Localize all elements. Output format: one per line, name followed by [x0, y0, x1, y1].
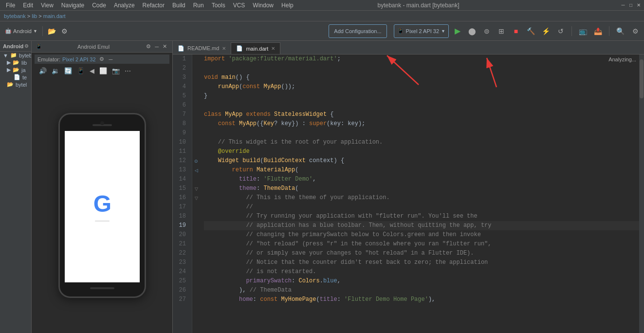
menu-run[interactable]: Run	[189, 1, 208, 10]
line-numbers: 1 2 3 4 5 6 7 8 9 10 11 12 13 14 15 16 1…	[173, 55, 192, 333]
editor-scrollbar[interactable]	[639, 55, 644, 333]
emulator-settings-btn[interactable]: ⚙	[145, 43, 152, 50]
scroll-thumb[interactable]	[640, 59, 644, 98]
menu-build[interactable]: Build	[168, 1, 189, 10]
menu-file[interactable]: File	[2, 1, 19, 10]
line-num-14: 14	[173, 175, 189, 184]
comment-16: // This is the theme of your application…	[246, 193, 389, 203]
gutter-13: ◁	[192, 166, 200, 175]
debug-button[interactable]: ⬤	[466, 24, 478, 38]
menu-window[interactable]: Window	[249, 1, 277, 10]
toolbar-icon-btn-1[interactable]: 📂	[46, 24, 58, 38]
breadcrumb-project[interactable]: bytebank	[4, 13, 26, 19]
settings-button[interactable]: ⚙	[629, 24, 641, 38]
tree-label-lib: lib	[21, 60, 27, 66]
cls-key: Key	[263, 119, 274, 129]
gutter-8	[192, 119, 200, 129]
tree-item-bytebank[interactable]: ▼ 📁 bytebank	[0, 52, 31, 59]
tree-item-te[interactable]: 📄 te	[0, 74, 31, 81]
emulator-ctrl-volume-down[interactable]: 🔉	[50, 67, 61, 75]
cls-stateless: StatelessWidget	[274, 110, 327, 119]
emulator-ctrl-more[interactable]: ⋯	[123, 67, 132, 75]
toolbar-android-dropdown[interactable]: 🤖 Android ▼	[3, 24, 39, 38]
sidebar-title: Android	[3, 43, 23, 49]
emulator-min-btn[interactable]: ─	[108, 56, 114, 63]
stop-button[interactable]: ■	[510, 24, 522, 38]
code-line-18: // Try running your application with "fl…	[204, 212, 639, 221]
device-mirror-button[interactable]: 📺	[577, 24, 589, 38]
menu-view[interactable]: View	[37, 1, 57, 10]
code-line-1: import 'package:flutter/material.dart';	[204, 55, 639, 64]
hot-restart-button[interactable]: ↺	[555, 24, 567, 38]
maximize-button[interactable]: □	[627, 2, 634, 9]
minimize-button[interactable]: ─	[620, 2, 626, 9]
menu-vcs[interactable]: VCS	[229, 1, 249, 10]
tab-maindart-close[interactable]: ✕	[271, 46, 275, 51]
code-line-22: // or simply save your changes to "hot r…	[204, 249, 639, 258]
code-content[interactable]: import 'package:flutter/material.dart'; …	[200, 55, 639, 333]
comment-20: // changing the primarySwatch below to C…	[246, 230, 480, 240]
run-button[interactable]: ▶	[452, 24, 463, 38]
build-button[interactable]: 🔨	[525, 24, 537, 38]
code-line-10: // This widget is the root of your appli…	[204, 138, 639, 147]
tree-item-bytel[interactable]: 📂 bytel	[0, 81, 31, 88]
emulator-minimize-btn[interactable]: ─	[153, 43, 160, 50]
emulator-ctrl-back[interactable]: ◀	[88, 67, 96, 75]
comment-10: // This widget is the root of your appli…	[218, 138, 383, 147]
menu-code[interactable]: Code	[88, 1, 110, 10]
toolbar-separator-1	[42, 26, 43, 36]
add-configuration-button[interactable]: Add Configuration...	[329, 24, 386, 38]
emulator-ctrl-rotate[interactable]: 🔄	[63, 67, 74, 75]
punct-6: ?	[274, 119, 277, 129]
toolbar-icon-btn-2[interactable]: ⚙	[59, 24, 71, 38]
breadcrumb-lib[interactable]: lib	[32, 13, 37, 19]
code-editor[interactable]: 1 2 3 4 5 6 7 8 9 10 11 12 13 14 15 16 1…	[173, 55, 644, 333]
menu-tools[interactable]: Tools	[208, 1, 229, 10]
phone-home-bar	[90, 287, 114, 289]
menu-navigate[interactable]: Navigate	[57, 1, 88, 10]
analyzing-status: Analyzing...	[608, 56, 636, 62]
tab-readme-close[interactable]: ✕	[222, 46, 226, 51]
gutter-7	[192, 110, 200, 119]
code-line-4: runApp(const MyApp());	[204, 82, 639, 92]
menu-analyze[interactable]: Analyze	[110, 1, 139, 10]
menu-refactor[interactable]: Refactor	[139, 1, 168, 10]
breadcrumb-file[interactable]: main.dart	[43, 13, 66, 19]
profile-button[interactable]: ⊞	[496, 24, 507, 38]
emulator-ctrl-volume-up[interactable]: 🔊	[37, 67, 48, 75]
emulator-ctrl-screenshot[interactable]: 📷	[110, 67, 121, 75]
gutter-1	[192, 55, 200, 64]
device-file-transfer[interactable]: 📤	[592, 24, 604, 38]
line-num-18: 18	[173, 212, 189, 221]
tree-item-lib[interactable]: ▶ 📂 lib	[0, 59, 31, 66]
emulator-close-btn[interactable]: ✕	[161, 43, 168, 50]
coverage-button[interactable]: ⊚	[481, 24, 493, 38]
device-dropdown[interactable]: 📱 Pixel 2 API 32 ▼	[394, 24, 449, 38]
tree-item-ja[interactable]: ▶ 📂 ja	[0, 66, 31, 74]
search-everywhere-button[interactable]: 🔍	[614, 24, 626, 38]
punct-4: ());	[281, 82, 295, 92]
gutter-4	[192, 82, 200, 92]
emulator-label: Emulator:	[37, 56, 60, 62]
close-button[interactable]: ✕	[635, 2, 642, 9]
punct-3: (	[239, 82, 242, 92]
menu-help[interactable]: Help	[277, 1, 297, 10]
gutter-9	[192, 129, 200, 138]
line-num-17: 17	[173, 203, 189, 212]
val-blue: blue	[323, 277, 337, 286]
comment-22: // or simply save your changes to "hot r…	[246, 249, 474, 258]
line-num-1: 1	[173, 55, 189, 64]
emulator-gear-btn[interactable]: ⚙	[98, 56, 106, 63]
tab-readme[interactable]: 📄 README.md ✕	[173, 42, 231, 54]
punct-9: (	[260, 156, 263, 166]
emulator-ctrl-home[interactable]: ⬜	[98, 67, 109, 75]
menu-edit[interactable]: Edit	[19, 1, 37, 10]
sidebar-settings-btn[interactable]: ⚙	[23, 43, 30, 49]
line-num-10: 10	[173, 138, 189, 147]
emulator-ctrl-portrait[interactable]: 📱	[75, 67, 86, 75]
tab-readme-label: README.md	[187, 45, 219, 51]
line-num-23: 23	[173, 258, 189, 267]
hot-reload-button[interactable]: ⚡	[540, 24, 552, 38]
tab-maindart[interactable]: 📄 main.dart ✕	[231, 42, 280, 54]
code-line-2	[204, 64, 639, 73]
